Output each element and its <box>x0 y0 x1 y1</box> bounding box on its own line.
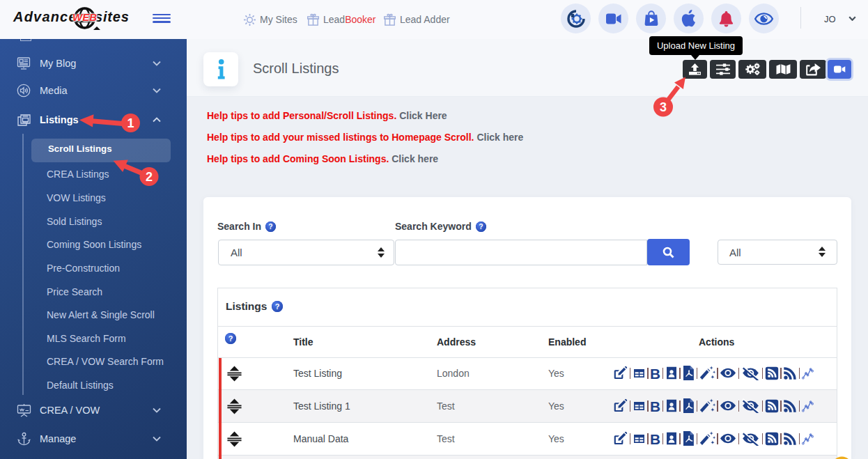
svg-text:3: 3 <box>660 100 667 114</box>
